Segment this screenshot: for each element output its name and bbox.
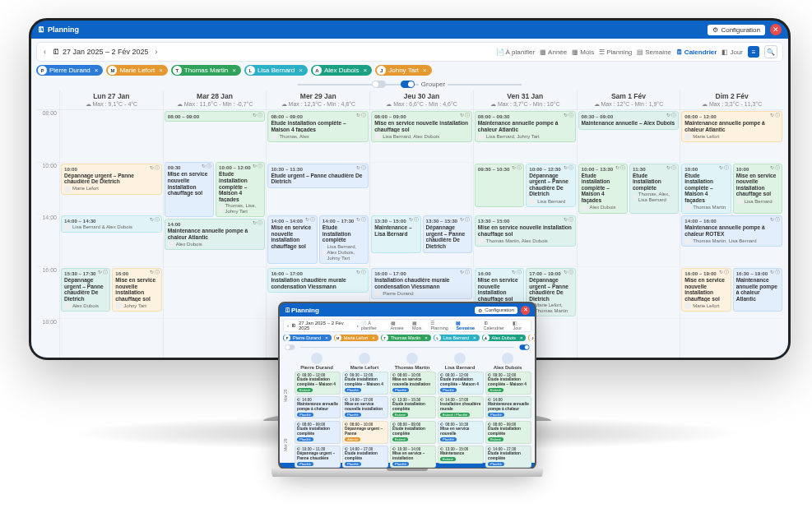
laptop-close-button[interactable]: ✕ <box>521 306 530 315</box>
chip-pierre-durand[interactable]: PPierre Durand× <box>283 335 332 341</box>
next-button[interactable]: › <box>357 323 359 328</box>
event-card[interactable]: ↻ⓘ09:30Mise en service nouvelle installa… <box>165 162 214 217</box>
event-card[interactable]: ⏲ 09:30 – 12:00Étude installation complè… <box>342 372 388 395</box>
event-card[interactable]: ↻ⓘ10:00Dépannage urgent – Panne chaudièr… <box>61 164 162 195</box>
chip-remove-icon[interactable]: × <box>520 335 523 340</box>
view-a-planifier[interactable]: 📄 À planifier <box>496 48 536 56</box>
filter-button[interactable]: ≡ <box>748 46 759 58</box>
chip-remove-icon[interactable]: × <box>372 335 375 340</box>
chip-johny-tart[interactable]: JJohny Tart× <box>375 65 431 76</box>
event-card[interactable]: ↻ⓘ13:30 – 15:00Maintenance – Lisa Bernar… <box>371 215 420 252</box>
chip-alex-dubois[interactable]: AAlex Dubois× <box>482 335 527 341</box>
chip-remove-icon[interactable]: × <box>232 67 236 74</box>
prev-button[interactable]: ‹ <box>42 48 48 56</box>
event-card[interactable]: ↻ⓘ11:30Étude installation complèteThomas… <box>629 164 679 214</box>
date-range[interactable]: 🗓 27 Jan 2025 – 2 Fév 2025 <box>53 48 149 56</box>
event-card[interactable]: ↻ⓘ14:00 – 14:30Lisa Bernard & Alex Duboi… <box>61 215 162 233</box>
close-button[interactable]: ✕ <box>770 24 782 35</box>
laptop-configuration-button[interactable]: ⚙ Configuration <box>475 307 517 314</box>
event-card[interactable]: ↻ⓘ10:00Étude installation complète – Mai… <box>681 164 731 214</box>
event-card[interactable]: ↻ⓘ14:00Maintenance annuelle pompe à chal… <box>165 219 266 250</box>
view-calendrier[interactable]: 🗓 Calendrier <box>484 321 510 330</box>
event-card[interactable]: ⏲ 08:00 – 10:00Mise en service nouvelle … <box>390 372 436 395</box>
event-card[interactable]: ↻ⓘ13:30 – 15:00Mise en service nouvelle … <box>475 215 576 247</box>
chip-alex-dubois[interactable]: AAlex Dubois× <box>311 65 372 76</box>
chip-remove-icon[interactable]: × <box>95 67 99 74</box>
event-card[interactable]: ⏲ 13:30 – 15:00MaintenanceEstimé <box>438 446 484 464</box>
event-card[interactable]: ⏲ 14:00 – 17:30Étude installation complè… <box>342 446 388 469</box>
chip-remove-icon[interactable]: × <box>159 67 163 74</box>
event-card[interactable]: ↻ⓘ14:00 – 17:30Étude installation complè… <box>319 215 369 264</box>
laptop-toggle-grouper[interactable] <box>520 344 530 349</box>
event-card[interactable]: ⏲ 14:00Maintenance annuelle pompe à chal… <box>295 396 341 419</box>
chip-lisa-bernard[interactable]: LLisa Bernard× <box>244 65 308 76</box>
configuration-button[interactable]: ⚙ Configuration <box>708 25 765 35</box>
event-card[interactable]: ↻ⓘ16:30 – 19:00Maintenance annuelle pomp… <box>733 268 782 312</box>
next-button[interactable]: › <box>154 48 160 56</box>
view-semaine[interactable]: ▤ Semaine <box>456 321 480 330</box>
chip-pierre-durand[interactable]: PPierre Durand× <box>36 65 103 76</box>
view-a-planifier[interactable]: 📄 À planifier <box>361 321 387 330</box>
view-planning[interactable]: ☰ Planning <box>430 321 452 330</box>
toggle-grouper[interactable] <box>401 81 415 88</box>
event-card[interactable]: ⏲ 14:30 – 17:00Installation chaudière mu… <box>438 396 484 419</box>
event-card[interactable]: ⏲ 08:00 – 10:30Mise en service nouvelleP… <box>438 421 484 444</box>
laptop-date-range[interactable]: 27 Jan 2025 – 2 Fév 2025 <box>299 321 355 330</box>
event-card[interactable]: ↻ⓘ10:00 – 13:30Étude installation complè… <box>578 164 628 214</box>
event-card[interactable]: ↻ⓘ10:00Mise en service nouvelle installa… <box>733 164 782 214</box>
event-card[interactable]: ↻ⓘ16:00 – 19:00Mise en service nouvelle … <box>681 268 731 312</box>
event-card[interactable]: ⏲ 10:30 – 11:30Dépannage urgent – Panne … <box>295 446 341 469</box>
view-jour[interactable]: ◧ Jour <box>722 48 743 56</box>
event-card[interactable]: ↻ⓘ08:30 – 09:00Maintenance annuelle – Al… <box>578 111 680 130</box>
chip-thomas-martin[interactable]: TThomas Martin× <box>381 335 431 341</box>
view-semaine[interactable]: ▤ Semaine <box>637 48 671 56</box>
event-card[interactable]: ↻ⓘ16:00Mise en service nouvelle installa… <box>112 268 161 312</box>
view-mois[interactable]: ▦ Mois <box>572 48 594 56</box>
chip-remove-icon[interactable]: × <box>425 335 428 340</box>
view-mois[interactable]: ▦ Mois <box>412 321 428 330</box>
event-card[interactable]: ↻ⓘ16:00 – 17:00Installation chaudière mu… <box>267 268 369 293</box>
event-card[interactable]: ⏲ 13:30 – 15:30Étude installation complè… <box>390 396 436 419</box>
event-card[interactable]: ↻ⓘ16:00 – 17:00Installation chaudière mu… <box>371 268 472 299</box>
event-card[interactable]: ⏲ 09:30 – 12:00Étude installation complè… <box>485 372 531 395</box>
chip-remove-icon[interactable]: × <box>325 335 328 340</box>
view-jour[interactable]: ◧ Jour <box>513 321 527 330</box>
event-card[interactable]: ↻ⓘ08:00 – 12:00Maintenance annuelle pomp… <box>681 111 782 142</box>
chip-remove-icon[interactable]: × <box>423 67 427 74</box>
chip-remove-icon[interactable]: × <box>473 335 476 340</box>
event-card[interactable]: ⏲ 09:30 – 12:00Étude installation complè… <box>438 372 484 395</box>
chip-johny-tart[interactable]: JJohny Tart× <box>528 335 536 341</box>
event-card[interactable]: ⏲ 14:00 – 17:00Mise en service nouvelle … <box>342 396 388 419</box>
prev-button[interactable]: ‹ <box>287 323 289 328</box>
event-card[interactable]: ⏲ 14:00 – 17:30Étude installation complè… <box>485 446 531 469</box>
event-card[interactable]: ↻ⓘ09:30 – 10:30 <box>475 164 524 207</box>
view-calendrier[interactable]: 🗓 Calendrier <box>676 48 717 56</box>
event-card[interactable]: ↻ⓘ10:30 – 11:30Étude urgent – Panne chau… <box>267 164 369 188</box>
chip-lisa-bernard[interactable]: LLisa Bernard× <box>434 335 480 341</box>
event-card[interactable]: ↻ⓘ15:30 – 17:30Dépannage urgent – Panne … <box>61 268 110 312</box>
search-button[interactable]: 🔍 <box>764 45 777 58</box>
event-card[interactable]: ⏲ 08:00 – 10:00Dépannage urgent – PanneA… <box>342 421 388 444</box>
view-annee[interactable]: ▦ Année <box>391 321 409 330</box>
event-card[interactable]: ↻ⓘ08:00 – 09:00 <box>165 111 266 122</box>
view-planning[interactable]: ☰ Planning <box>599 48 632 56</box>
chip-thomas-martin[interactable]: TThomas Martin× <box>171 65 241 76</box>
event-card[interactable]: ⏲ 14:00Maintenance annuelle pompe à chal… <box>485 396 531 419</box>
chip-remove-icon[interactable]: × <box>364 67 368 74</box>
event-card[interactable]: ↻ⓘ13:30 – 15:30Dépannage urgent – Panne … <box>423 215 472 252</box>
event-card[interactable]: ↻ⓘ08:00 – 09:30Maintenance annuelle pomp… <box>475 111 576 142</box>
event-card[interactable]: ↻ⓘ14:00 – 16:00Maintenance annuelle pomp… <box>681 215 782 247</box>
event-card[interactable]: ⏲ 09:30 – 12:00Étude installation complè… <box>295 372 341 395</box>
chip-marie-lefort[interactable]: MMarie Lefort× <box>106 65 167 76</box>
event-card[interactable]: ↻ⓘ10:00 – 12:00Étude installation complè… <box>216 162 265 217</box>
chip-remove-icon[interactable]: × <box>299 67 303 74</box>
event-card[interactable]: ↻ⓘ10:00 – 12:30Dépannage urgent – Panne … <box>526 164 575 207</box>
event-card[interactable]: ↻ⓘ08:00 – 09:00Mise en service nouvelle … <box>371 111 472 142</box>
event-card[interactable]: ↻ⓘ14:00 – 14:00Mise en service nouvelle … <box>267 215 317 264</box>
laptop-toggle-left[interactable] <box>285 344 295 349</box>
event-card[interactable]: ⏲ 10:30 – 14:00Mise en service – install… <box>390 446 436 469</box>
event-card[interactable]: ⏲ 08:00 – 09:00Étude installation complè… <box>295 421 341 444</box>
event-card[interactable]: ↻ⓘ08:00 – 09:00Étude installation complè… <box>267 111 369 142</box>
event-card[interactable]: ⏲ 08:00 – 09:00Étude installation complè… <box>485 421 531 444</box>
chip-marie-lefort[interactable]: MMarie Lefort× <box>334 335 378 341</box>
